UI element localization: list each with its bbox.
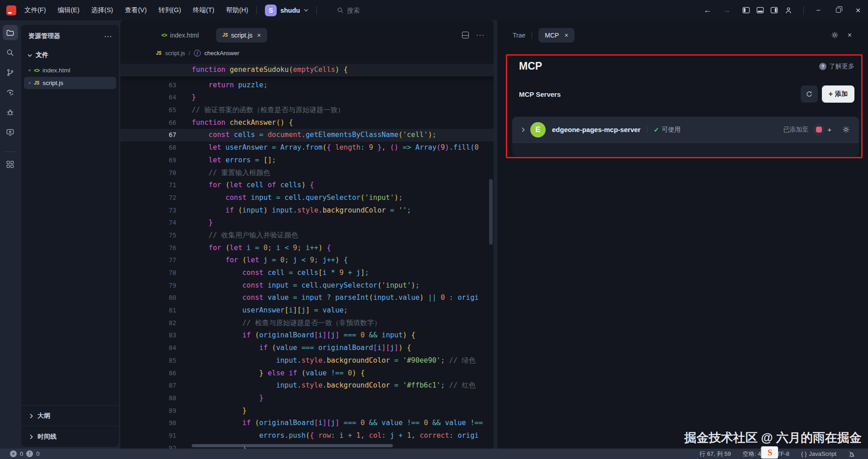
- menu-item[interactable]: 选择(S): [91, 6, 113, 14]
- horizontal-scrollbar[interactable]: [192, 444, 393, 447]
- sidebar-item-extensions[interactable]: [3, 156, 18, 172]
- files-section-header[interactable]: 文件: [21, 45, 119, 64]
- warnings-count[interactable]: 0: [36, 450, 39, 457]
- warnings-icon[interactable]: !: [26, 450, 33, 457]
- project-switcher[interactable]: S shudu: [265, 5, 308, 16]
- line-number[interactable]: 64: [120, 91, 176, 104]
- cursor-position[interactable]: 行 67, 列 59: [699, 450, 731, 458]
- account-icon[interactable]: [784, 6, 793, 14]
- search-input[interactable]: [347, 7, 420, 14]
- code-line-80[interactable]: 80 const value = input ? parseInt(input.…: [120, 292, 494, 304]
- line-number[interactable]: 89: [120, 405, 176, 417]
- line-number[interactable]: 78: [120, 267, 176, 279]
- code-line-88[interactable]: 88 }: [120, 392, 494, 405]
- line-number[interactable]: 63: [120, 79, 176, 92]
- code-line-82[interactable]: 82 // 检查与原始谜题是否一致（非预填数字）: [120, 317, 494, 330]
- menu-item[interactable]: 终端(T): [193, 6, 214, 14]
- code-line-83[interactable]: 83 if (originalBoard[i][j] === 0 && inpu…: [120, 329, 494, 342]
- code-line-64[interactable]: 64}: [120, 91, 494, 104]
- menu-item[interactable]: 编辑(E): [58, 6, 80, 14]
- line-number[interactable]: 68: [120, 142, 176, 154]
- code-line-73[interactable]: 73 if (input) input.style.backgroundColo…: [120, 204, 494, 217]
- minimize-button[interactable]: −: [808, 0, 828, 20]
- line-number[interactable]: 77: [120, 254, 176, 267]
- code-line-75[interactable]: 75 // 收集用户输入并验证颜色: [120, 229, 494, 242]
- learn-more-link[interactable]: ? 了解更多: [819, 62, 854, 71]
- code-line-74[interactable]: 74 }: [120, 217, 494, 229]
- line-number[interactable]: 73: [120, 204, 176, 217]
- line-number[interactable]: 82: [120, 317, 176, 330]
- code-line-77[interactable]: 77 for (let j = 0; j < 9; j++) {: [120, 254, 494, 267]
- restore-button[interactable]: [828, 0, 848, 20]
- code-line-78[interactable]: 78 const cell = cells[i * 9 + j];: [120, 267, 494, 279]
- language-mode[interactable]: { } JavaScript: [801, 450, 836, 457]
- editor-more-actions[interactable]: ···: [476, 31, 485, 39]
- tab-script-js[interactable]: JS script.js ×: [216, 28, 267, 43]
- indentation-setting[interactable]: 空格: 4: [743, 450, 761, 458]
- close-tab-icon[interactable]: ×: [564, 31, 568, 39]
- line-number[interactable]: 87: [120, 379, 176, 392]
- tab-index-html[interactable]: <> index.html: [155, 28, 205, 43]
- line-number[interactable]: 70: [120, 167, 176, 180]
- code-line-89[interactable]: 89 }: [120, 405, 494, 417]
- explorer-more-button[interactable]: ···: [104, 33, 113, 40]
- line-number[interactable]: 80: [120, 292, 176, 304]
- line-number[interactable]: 69: [120, 154, 176, 167]
- sidebar-item-debug[interactable]: [3, 104, 18, 120]
- floating-app-logo[interactable]: S: [761, 446, 778, 459]
- code-editor[interactable]: function generateSudoku(emptyCells) { 63…: [120, 64, 494, 449]
- vertical-scrollbar[interactable]: [489, 179, 493, 245]
- errors-icon[interactable]: ×: [10, 450, 17, 457]
- tab-trae[interactable]: Trae: [513, 32, 525, 39]
- line-number[interactable]: 74: [120, 217, 176, 229]
- code-line-91[interactable]: 91 errors.push({ row: i + 1, col: j + 1,…: [120, 430, 494, 442]
- close-panel-icon[interactable]: ×: [848, 31, 852, 39]
- mcp-server-row[interactable]: E edgeone-pages-mcp-server ✓ 可使用 已添加至 +: [512, 117, 859, 143]
- line-number[interactable]: 71: [120, 179, 176, 192]
- line-number[interactable]: 90: [120, 417, 176, 430]
- code-line-68[interactable]: 68 let userAnswer = Array.from({ length:…: [120, 142, 494, 154]
- notifications-muted-bell-icon[interactable]: [848, 450, 855, 458]
- file-item-script.js[interactable]: JSscript.js: [24, 77, 116, 89]
- split-editor-icon[interactable]: [462, 32, 469, 38]
- toggle-left-sidebar-icon[interactable]: [742, 6, 750, 14]
- add-to-agent-icon[interactable]: +: [827, 126, 831, 133]
- line-number[interactable]: 85: [120, 355, 176, 367]
- code-line-76[interactable]: 76 for (let i = 0; i < 9; i++) {: [120, 242, 494, 255]
- server-settings-gear-icon[interactable]: [842, 126, 850, 133]
- line-number[interactable]: 84: [120, 342, 176, 355]
- sidebar-item-search[interactable]: [3, 45, 18, 60]
- code-line-81[interactable]: 81 userAnswer[i][j] = value;: [120, 304, 494, 317]
- close-window-button[interactable]: ×: [848, 0, 868, 20]
- code-line-71[interactable]: 71 for (let cell of cells) {: [120, 179, 494, 192]
- tab-mcp[interactable]: MCP ×: [538, 28, 575, 43]
- toggle-bottom-panel-icon[interactable]: [756, 6, 764, 14]
- line-number[interactable]: 75: [120, 229, 176, 242]
- menu-item[interactable]: 转到(G): [159, 6, 181, 14]
- line-number[interactable]: 79: [120, 279, 176, 292]
- sidebar-item-preview[interactable]: [3, 85, 18, 100]
- code-line-87[interactable]: 87 input.style.backgroundColor = '#ffb6c…: [120, 379, 494, 392]
- chevron-right-icon[interactable]: [521, 127, 525, 132]
- line-number[interactable]: 66: [120, 117, 176, 129]
- code-line-66[interactable]: 66function checkAnswer() {: [120, 117, 494, 129]
- code-line-67[interactable]: 67 const cells = document.getElementsByC…: [120, 129, 494, 142]
- line-number[interactable]: 67: [120, 129, 176, 142]
- code-line-69[interactable]: 69 let errors = [];: [120, 154, 494, 167]
- sidebar-item-remote-terminal[interactable]: [3, 124, 18, 140]
- line-number[interactable]: 83: [120, 329, 176, 342]
- breadcrumb-file[interactable]: script.js: [165, 50, 185, 57]
- nav-back-button[interactable]: ←: [698, 5, 717, 15]
- line-number[interactable]: 88: [120, 392, 176, 405]
- code-line-79[interactable]: 79 const input = cell.querySelector('inp…: [120, 279, 494, 292]
- line-number[interactable]: 91: [120, 430, 176, 442]
- line-number[interactable]: 72: [120, 192, 176, 204]
- nav-forward-button[interactable]: →: [717, 5, 736, 15]
- refresh-servers-button[interactable]: [801, 85, 818, 103]
- outline-section[interactable]: 大纲: [21, 405, 119, 426]
- code-line-86[interactable]: 86 } else if (value !== 0) {: [120, 367, 494, 380]
- global-search[interactable]: [332, 4, 436, 17]
- code-line-84[interactable]: 84 if (value === originalBoard[i][j]) {: [120, 342, 494, 355]
- app-logo[interactable]: [6, 5, 16, 15]
- close-tab-icon[interactable]: ×: [257, 31, 261, 39]
